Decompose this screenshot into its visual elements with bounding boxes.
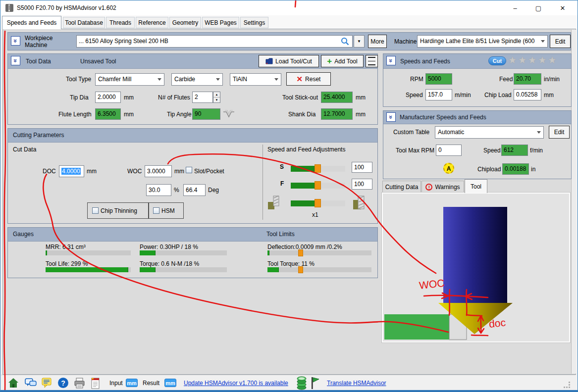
chat-bubbles-icon[interactable] (25, 378, 37, 389)
tab-speeds-and-feeds[interactable]: Speeds and Feeds (2, 16, 61, 29)
feed-unit: in/min (544, 76, 560, 83)
comment-note-icon[interactable] (42, 378, 52, 389)
engagement-slider-handle[interactable] (315, 199, 321, 207)
machine-edit-button[interactable]: Edit (550, 35, 571, 48)
shank-dia-field[interactable]: 12.7000 (321, 108, 353, 120)
workpiece-collapse-button[interactable]: » (11, 36, 20, 46)
chipload-input[interactable]: 0.05258 (514, 89, 541, 100)
machine-combo[interactable]: Hardinge Lathe Elite 8/51 Live Spindle (… (417, 35, 548, 48)
tab-threads[interactable]: Threads (106, 17, 135, 28)
shank-dia-label: Shank Dia (288, 111, 315, 118)
result-units-badge[interactable]: mm (164, 379, 176, 387)
chipload-value: 0.05258 (516, 91, 537, 98)
tab-cutting-data[interactable]: Cutting Data (382, 181, 421, 193)
speed-slider-track[interactable] (291, 166, 345, 172)
flutes-input[interactable]: 2 (192, 92, 213, 103)
speed-slider-handle[interactable] (315, 164, 321, 173)
star-icon[interactable]: ★ (518, 55, 526, 65)
tab-web-pages[interactable]: WEB Pages (202, 17, 239, 28)
tab-label: Threads (109, 19, 131, 26)
input-units-badge[interactable]: mm (126, 379, 138, 387)
shank-dia-unit: mm (356, 111, 366, 118)
angle-input[interactable]: 66.4 (183, 184, 206, 196)
edit-label: Edit (555, 38, 566, 45)
tab-geometry[interactable]: Geometry (169, 17, 201, 28)
reset-button[interactable]: ✕ Reset (286, 72, 331, 86)
load-tool-cut-button[interactable]: Load Tool/Cut (259, 55, 319, 67)
flutes-spinner[interactable]: ▲ ▼ (213, 92, 220, 103)
more-button[interactable]: More (368, 35, 387, 48)
add-tool-button[interactable]: + Add Tool (321, 55, 364, 67)
tab-warnings[interactable]: ! Warnings (421, 181, 464, 193)
star-icon[interactable]: ★ (548, 55, 556, 65)
material-input[interactable]: ... 6150 Alloy Spring Steel 200 HB (76, 35, 353, 48)
rpm-field[interactable]: 5000 (425, 73, 452, 85)
cutting-parameters-panel: Cutting Parameters Cut Data Speed and Fe… (7, 128, 378, 224)
max-rpm-input[interactable]: 0 (436, 145, 462, 156)
tool-data-panel: » Tool Data Unsaved Tool Load Tool/Cut +… (7, 53, 378, 125)
hsm-checkbox[interactable] (153, 207, 159, 214)
feed-field[interactable]: 20.70 (514, 73, 541, 85)
mfr-speed-field[interactable]: 612 (501, 145, 528, 156)
woc-percent-input[interactable]: 30.0 (146, 184, 171, 196)
translate-link[interactable]: Translate HSMAdvisor (327, 380, 386, 387)
tool-data-collapse-button[interactable]: » (11, 56, 20, 65)
tab-reference[interactable]: Reference (136, 17, 168, 28)
cutting-parameters-header: Cutting Parameters (8, 129, 377, 143)
manufacturer-title: Manufacturer Speeds and Feeds (400, 114, 486, 121)
help-icon[interactable]: ? (57, 377, 69, 389)
tab-settings[interactable]: Settings (240, 17, 268, 28)
rpm-label: RPM (410, 76, 423, 83)
cut-cloud-badge[interactable]: Cut (488, 56, 506, 65)
update-link[interactable]: Update HSMAdvisor v1.700 is available (184, 380, 288, 387)
close-button[interactable]: ✕ (551, 0, 574, 15)
tool-menu-button[interactable] (366, 55, 378, 67)
chip-thinning-checkbox[interactable] (92, 207, 99, 214)
manufacturer-collapse-button[interactable]: » (386, 112, 396, 122)
flute-length-field[interactable]: 6.3500 (95, 108, 121, 120)
custom-table-edit-button[interactable]: Edit (549, 126, 570, 139)
tool-material-combo[interactable]: Carbide (171, 73, 223, 86)
engagement-slider-track[interactable] (291, 200, 345, 206)
woc-input[interactable]: 3.0000 (145, 165, 172, 177)
coins-icon[interactable] (296, 376, 308, 390)
rating-stars[interactable]: ★ ★ ★ ★ ★ (508, 55, 556, 65)
tool-coating-combo[interactable]: TiAlN (230, 73, 281, 86)
search-icon[interactable] (341, 37, 349, 46)
flag-icon[interactable] (311, 377, 319, 390)
home-icon[interactable] (8, 378, 19, 389)
material-dropdown-button[interactable]: ▼ (354, 35, 365, 48)
tab-tool[interactable]: Tool (465, 179, 487, 193)
tip-dia-input[interactable]: 2.0000 (95, 92, 121, 103)
tab-tool-database[interactable]: Tool Database (63, 17, 105, 28)
feed-slider-track[interactable] (291, 183, 345, 189)
torque-gauge-label: Torque: 0.6 N-M /18 % (140, 260, 199, 267)
spin-down-icon[interactable]: ▼ (213, 98, 220, 102)
minimize-button[interactable]: – (504, 0, 526, 15)
spin-up-icon[interactable]: ▲ (213, 92, 220, 98)
slot-pocket-checkbox[interactable] (186, 167, 192, 173)
manufacturer-panel: » Manufacturer Speeds and Feeds Custom T… (383, 110, 572, 179)
print-icon[interactable] (74, 378, 85, 389)
mfr-chipload-field[interactable]: 0.00188 (502, 163, 529, 175)
vertical-scrollbar[interactable] (571, 30, 576, 374)
main-tab-strip: Speeds and Feeds Tool Database Threads R… (0, 15, 578, 29)
doc-input[interactable]: 4.0000 (59, 165, 84, 177)
speeds-collapse-button[interactable]: » (386, 56, 396, 65)
star-icon[interactable]: ★ (508, 55, 517, 65)
workpiece-bar: » Workpiece Machine ... 6150 Alloy Sprin… (7, 32, 571, 50)
speed-slider-label: S (280, 163, 284, 170)
speed-input[interactable]: 157.0 (425, 89, 452, 100)
speed-adjust-input[interactable]: 100 (352, 162, 372, 173)
star-icon[interactable]: ★ (528, 55, 536, 65)
stickout-field[interactable]: 25.4000 (321, 92, 353, 103)
feed-adjust-input[interactable]: 100 (352, 179, 372, 190)
custom-table-combo[interactable]: Automatic (435, 126, 544, 139)
tip-angle-field[interactable]: 90 (192, 108, 220, 120)
maximize-button[interactable]: ▢ (527, 0, 550, 15)
resize-grip[interactable] (564, 382, 570, 388)
feed-slider-handle[interactable] (315, 181, 321, 190)
report-notepad-icon[interactable] (90, 377, 100, 389)
star-icon[interactable]: ★ (538, 55, 546, 65)
tool-type-combo[interactable]: Chamfer Mill (95, 73, 164, 86)
